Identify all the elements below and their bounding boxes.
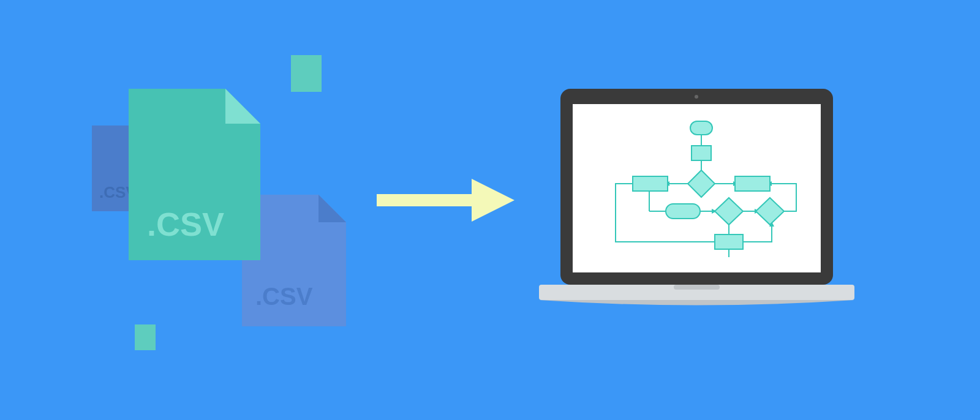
- svg-rect-29: [715, 234, 743, 249]
- csv-label-back-right: .CSV: [255, 283, 313, 310]
- svg-rect-5: [674, 285, 720, 290]
- particle-top: [291, 55, 322, 92]
- svg-rect-28: [666, 204, 700, 219]
- csv-file-front: .CSV: [129, 89, 260, 260]
- particle-bottom: [135, 324, 156, 350]
- svg-rect-25: [692, 146, 711, 160]
- csv-label-front: .CSV: [147, 206, 224, 242]
- svg-point-2: [695, 95, 698, 99]
- svg-rect-0: [377, 194, 475, 206]
- svg-rect-26: [633, 176, 668, 191]
- diagram-canvas: .CSV .CSV .CSV: [0, 0, 980, 420]
- arrow-right-icon: [377, 179, 514, 222]
- svg-rect-24: [690, 121, 712, 135]
- svg-rect-27: [735, 176, 770, 191]
- laptop-icon: [539, 89, 854, 309]
